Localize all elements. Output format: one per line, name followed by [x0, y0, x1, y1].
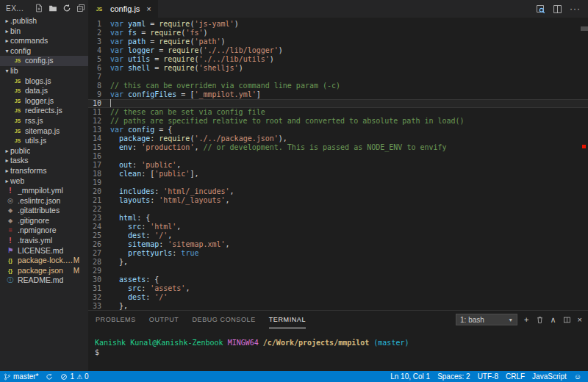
tree-item--travis-yml[interactable]: !.travis.yml: [0, 236, 88, 246]
code-editor[interactable]: 1var yaml = require('js-yaml')2var fs = …: [88, 18, 588, 310]
code-token: },: [110, 302, 128, 310]
explorer-actions: [35, 4, 85, 12]
tree-item-sitemap-js[interactable]: JSsitemap.js: [0, 126, 88, 137]
tree-item-blogs-js[interactable]: JSblogs.js: [0, 76, 88, 87]
code-token: 'path': [194, 37, 220, 46]
code-token: ): [279, 46, 283, 55]
code-line: 2var fs = require('fs'): [88, 29, 588, 37]
yml-file-icon: !: [6, 236, 15, 246]
tree-item-logger-js[interactable]: JSlogger.js: [0, 96, 88, 107]
code-token: html: [119, 214, 137, 223]
code-token: require: [163, 64, 194, 73]
tree-item-license-md[interactable]: ⚑LICENSE.md: [0, 246, 88, 256]
tab-config-js[interactable]: JS config.js ×: [88, 0, 158, 18]
kill-terminal-icon[interactable]: [536, 316, 544, 324]
code-line: 7: [88, 73, 588, 82]
tree-item-web[interactable]: ▸web: [0, 176, 88, 187]
panel-tab-output[interactable]: OUTPUT: [149, 311, 179, 328]
close-panel-icon[interactable]: ×: [578, 316, 582, 324]
line-number: 30: [88, 275, 110, 284]
git-modified-badge: M: [74, 256, 79, 266]
collapse-all-icon[interactable]: [76, 4, 85, 12]
new-folder-icon[interactable]: [49, 4, 57, 12]
tree-item--gitattributes[interactable]: ◆.gitattributes: [0, 206, 88, 216]
text-cursor: [110, 99, 111, 107]
code-line: 18 clean: ['public'],: [88, 170, 588, 179]
chevron-down-icon: ▾: [4, 66, 10, 76]
tree-item--mmpilot-yml[interactable]: !_mmpilot.yml: [0, 186, 88, 196]
feedback-smiley-icon[interactable]: ☺: [570, 371, 585, 382]
tree-item-readme-md[interactable]: ⓘREADME.md: [0, 275, 88, 286]
line-number: 20: [88, 187, 110, 196]
code-token: :: [146, 231, 154, 240]
panel-tab-terminal[interactable]: TERMINAL: [269, 311, 306, 328]
encoding-item[interactable]: UTF-8: [474, 371, 502, 382]
tree-item-config[interactable]: ▾config: [0, 46, 88, 57]
tree-item-rss-js[interactable]: JSrss.js: [0, 116, 88, 126]
panel-tab-problems[interactable]: PROBLEMS: [96, 311, 136, 328]
panel-tabs: PROBLEMSOUTPUTDEBUG CONSOLETERMINAL: [96, 311, 319, 328]
maximize-panel-icon[interactable]: ∧: [551, 316, 556, 324]
line-number: 13: [88, 126, 110, 134]
tree-item-bin[interactable]: ▸bin: [0, 26, 88, 37]
tree-item-data-js[interactable]: JSdata.js: [0, 86, 88, 96]
refresh-icon[interactable]: [62, 4, 71, 12]
yml-file-icon: !: [6, 186, 15, 196]
line-number: 32: [88, 293, 110, 302]
split-editor-icon[interactable]: [553, 4, 562, 14]
item-label: .npmignore: [18, 226, 57, 236]
line-number: 19: [88, 179, 110, 187]
line-number: 11: [88, 108, 110, 117]
new-file-icon[interactable]: [35, 4, 43, 12]
tree-item-transforms[interactable]: ▸transforms: [0, 166, 88, 176]
code-token: =: [154, 46, 168, 55]
tree-item-lib[interactable]: ▾lib: [0, 66, 88, 76]
tree-item--eslintrc-json[interactable]: ◎.eslintrc.json: [0, 196, 88, 206]
code-token: ,: [176, 161, 181, 170]
item-label: commands: [10, 36, 48, 46]
tree-item--gitignore[interactable]: ◆.gitignore: [0, 216, 88, 226]
new-terminal-icon[interactable]: +: [524, 316, 528, 324]
code-token: 'shelljs': [198, 64, 238, 73]
git-branch-item[interactable]: master*: [0, 371, 42, 382]
problems-item[interactable]: 1 ⚠ 0: [57, 371, 92, 382]
cursor-position-item[interactable]: Ln 10, Col 1: [387, 371, 434, 382]
tree-item-package-json[interactable]: {}package.jsonM: [0, 266, 88, 276]
code-line: 6var shell = require('shelljs'): [88, 64, 588, 73]
readme-file-icon: ⓘ: [6, 275, 15, 286]
tree-item-redirects-js[interactable]: JSredirects.js: [0, 106, 88, 116]
split-terminal-icon[interactable]: [563, 316, 571, 324]
tree-item-utils-js[interactable]: JSutils.js: [0, 136, 88, 146]
npm-file-icon: ≡: [6, 226, 15, 236]
more-actions-icon[interactable]: ···: [570, 4, 581, 14]
line-number: 15: [88, 143, 110, 152]
tree-item-package-lock-json[interactable]: {}package-lock.jsonM: [0, 256, 88, 266]
code-token: 'assets': [150, 284, 185, 293]
terminal-controls: 1: bash ▼ + ∧ ×: [456, 314, 588, 325]
eol-item[interactable]: CRLF: [502, 371, 528, 382]
code-line: 4var logger = require('./../lib/logger'): [88, 46, 588, 55]
tree-item-commands[interactable]: ▸commands: [0, 36, 88, 46]
git-file-icon: ◆: [6, 216, 15, 226]
sync-item[interactable]: [42, 371, 57, 382]
indentation-item[interactable]: Spaces: 2: [434, 371, 473, 382]
tree-item--npmignore[interactable]: ≡.npmignore: [0, 226, 88, 236]
tree-item-public[interactable]: ▸public: [0, 146, 88, 156]
item-label: .travis.yml: [18, 236, 52, 246]
code-line: 17 out: 'public',: [88, 161, 588, 170]
terminal-shell-select[interactable]: 1: bash ▼: [456, 314, 517, 325]
open-preview-icon[interactable]: [536, 4, 545, 14]
tab-close-icon[interactable]: ×: [146, 4, 151, 13]
item-label: _mmpilot.yml: [18, 186, 63, 196]
tree-item-tasks[interactable]: ▸tasks: [0, 156, 88, 166]
terminal-output[interactable]: Kanishk Kunal@Kanishk-Zenbook MINGW64 /c…: [88, 328, 588, 357]
language-mode-item[interactable]: JavaScript: [528, 371, 570, 382]
code-token: yaml: [128, 20, 146, 29]
js-file-icon: JS: [13, 126, 22, 137]
panel-tab-debug-console[interactable]: DEBUG CONSOLE: [192, 311, 255, 328]
code-token: :: [150, 196, 159, 205]
tree-item--publish[interactable]: ▸.publish: [0, 16, 88, 26]
code-token: :: [154, 187, 163, 196]
tree-item-config-js[interactable]: JSconfig.js: [0, 56, 88, 66]
code-token: require: [159, 37, 190, 46]
